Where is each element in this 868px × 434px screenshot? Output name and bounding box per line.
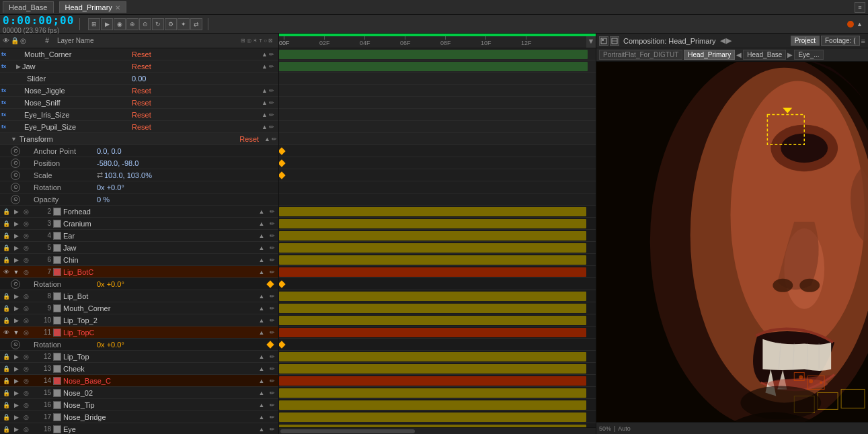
layer-nose-tip[interactable]: 🔒 ▶ ◎ 16 Nose_Tip ▲ ✏ — [0, 399, 278, 411]
layer-nt-lock[interactable]: 🔒 — [1, 400, 11, 410]
layer-n02-solo[interactable]: ◎ — [22, 388, 31, 398]
tl-row-nose-tip[interactable] — [279, 399, 596, 411]
layer-nose-02[interactable]: 🔒 ▶ ◎ 15 Nose_02 ▲ ✏ — [0, 387, 278, 399]
layer-nb-expand[interactable]: ▶ — [11, 413, 21, 422]
layer-cheek-lock[interactable]: 🔒 — [1, 364, 11, 374]
comp-sub-tab-3[interactable]: Head_Base — [743, 50, 786, 60]
layer-lt2-solo[interactable]: ◎ — [22, 316, 31, 325]
layer-chin-expand[interactable]: ▶ — [11, 255, 21, 265]
layer-forhead-solo[interactable]: ◎ — [22, 207, 31, 216]
layer-cheek-solo[interactable]: ◎ — [22, 364, 31, 374]
layer-nbc-solo[interactable]: ◎ — [22, 376, 31, 386]
tl-row-eye[interactable] — [279, 423, 596, 427]
layer-mc-expand[interactable]: ▶ — [11, 304, 21, 313]
layer-forhead-lock[interactable]: 🔒 — [1, 207, 11, 216]
layer-lip-botc-eye[interactable]: 👁 — [1, 267, 11, 277]
transform-header[interactable]: ▼ Transform Reset ▲ ✏ — [0, 133, 278, 145]
comp-sub-tab-1[interactable]: PortraitFlat_For_DIGTUT — [599, 50, 682, 60]
timeline-hscroll[interactable] — [279, 427, 596, 434]
layer-chin[interactable]: 🔒 ▶ ◎ 6 Chin ▲ ✏ — [0, 254, 278, 266]
layer-nb-lock[interactable]: 🔒 — [1, 413, 11, 422]
comp-icon-1[interactable] — [599, 36, 608, 46]
comp-icon-2[interactable] — [610, 36, 619, 46]
prop-lip-topc-rotation[interactable]: ⊙ Rotation 0x +0.0° — [0, 339, 278, 351]
layer-ear-lock[interactable]: 🔒 — [1, 231, 11, 241]
prop-anchor-point[interactable]: ⊙ Anchor Point 0.0, 0.0 — [0, 145, 278, 157]
layer-lip-bot[interactable]: 🔒 ▶ ◎ 8 Lip_Bot ▲ ✏ — [0, 290, 278, 302]
layer-jaw-lock[interactable]: 🔒 — [1, 243, 11, 253]
effect-eye-pupil[interactable]: fx Eye_Pupil_Size Reset ▲ ✏ — [0, 121, 278, 133]
layer-ear[interactable]: 🔒 ▶ ◎ 4 Ear ▲ ✏ — [0, 230, 278, 242]
layer-nose-bridge[interactable]: 🔒 ▶ ◎ 17 Nose_Bridge ▲ ✏ — [0, 411, 278, 423]
layer-n02-expand[interactable]: ▶ — [11, 388, 21, 398]
layer-ear-solo[interactable]: ◎ — [22, 231, 31, 241]
comp-tab-project[interactable]: Project — [791, 36, 820, 46]
layer-nt-expand[interactable]: ▶ — [11, 400, 21, 410]
layer-nb-solo[interactable]: ◎ — [22, 413, 31, 422]
layer-cranium-lock[interactable]: 🔒 — [1, 219, 11, 228]
tl-row-forhead[interactable] — [279, 206, 596, 218]
tl-row-lip-top[interactable] — [279, 351, 596, 363]
timeline-hscroll-thumb[interactable] — [280, 429, 415, 433]
layer-lt2-lock[interactable]: 🔒 — [1, 316, 11, 325]
tl-row-cranium[interactable] — [279, 218, 596, 230]
layer-lip-botc[interactable]: 👁 ▼ ◎ 7 Lip_BotC ▲ ✏ — [0, 266, 278, 278]
btn-transport-3[interactable]: ◉ — [114, 18, 126, 30]
layer-lip-bot-lock[interactable]: 🔒 — [1, 292, 11, 301]
prop-scale[interactable]: ⊙ Scale ⇄ 103.0, 103.0% — [0, 169, 278, 181]
comp-sub-tab-4[interactable]: Eye_... — [794, 50, 823, 60]
btn-transport-2[interactable]: ▶ — [101, 18, 113, 30]
layer-lip-bot-solo[interactable]: ◎ — [22, 292, 31, 301]
layer-lip-topc[interactable]: 👁 ▼ ◎ 11 Lip_TopC ▲ ✏ — [0, 327, 278, 339]
layer-eye-lock[interactable]: 🔒 — [1, 425, 11, 434]
layer-cheek[interactable]: 🔒 ▶ ◎ 13 Cheek ▲ ✏ — [0, 363, 278, 375]
tl-row-nose-bridge[interactable] — [279, 411, 596, 423]
btn-transport-6[interactable]: ↻ — [152, 18, 164, 30]
tab-head-primary[interactable]: Head_Primary ✕ — [59, 1, 126, 13]
btn-transport-8[interactable]: ✦ — [177, 18, 190, 30]
panel-menu-icon[interactable]: ≡ — [855, 2, 865, 13]
layer-lt-solo[interactable]: ◎ — [22, 352, 31, 361]
layer-lip-bot-expand[interactable]: ▶ — [11, 292, 21, 301]
layer-eye-solo[interactable]: ◎ — [22, 425, 31, 434]
tl-row-mouth-corner-layer[interactable] — [279, 302, 596, 314]
layer-nose-base-c[interactable]: 🔒 ▶ ◎ 14 Nose_Base_C ▲ ✏ — [0, 375, 278, 387]
tl-row-lip-botc[interactable] — [279, 266, 596, 278]
comp-sub-tab-2[interactable]: Head_Primary — [684, 50, 735, 60]
layer-jaw[interactable]: 🔒 ▶ ◎ 5 Jaw ▲ ✏ — [0, 242, 278, 254]
layer-n02-lock[interactable]: 🔒 — [1, 388, 11, 398]
transform-collapse-icon[interactable]: ▼ — [11, 136, 17, 142]
layer-nt-solo[interactable]: ◎ — [22, 400, 31, 410]
comp-tab-footage[interactable]: Footage: ( — [821, 36, 860, 46]
close-icon[interactable]: ✕ — [115, 4, 120, 11]
btn-transport-5[interactable]: ⊙ — [139, 18, 151, 30]
layer-chin-solo[interactable]: ◎ — [22, 255, 31, 265]
prop-lip-botc-rotation[interactable]: ⊙ Rotation 0x +0.0° — [0, 278, 278, 290]
layer-forhead[interactable]: 🔒 ▶ ◎ 2 Forhead ▲ ✏ — [0, 206, 278, 218]
layer-ltc-solo[interactable]: ◎ — [22, 328, 31, 337]
prop-rotation-transform[interactable]: ⊙ Rotation 0x +0.0° — [0, 181, 278, 193]
tl-row-cheek[interactable] — [279, 363, 596, 375]
layer-lt-lock[interactable]: 🔒 — [1, 352, 11, 361]
tl-row-ear[interactable] — [279, 230, 596, 242]
tl-row-lip-topc[interactable] — [279, 327, 596, 339]
prop-position[interactable]: ⊙ Position -580.0, -98.0 — [0, 157, 278, 169]
layer-lt-expand[interactable]: ▶ — [11, 352, 21, 361]
tl-row-lip-bot[interactable] — [279, 290, 596, 302]
comp-viewer[interactable] — [596, 62, 868, 422]
effect-slider[interactable]: Slider 0.00 — [0, 73, 278, 85]
comp-nav-arrow-2[interactable]: ▶ — [726, 36, 732, 45]
jaw-expand-icon[interactable]: ▶ — [16, 63, 21, 70]
layer-nbc-lock[interactable]: 🔒 — [1, 376, 11, 386]
btn-transport-9[interactable]: ⇄ — [190, 18, 202, 30]
layer-ltc-expand[interactable]: ▼ — [11, 328, 21, 337]
layer-mc-solo[interactable]: ◎ — [22, 304, 31, 313]
layer-cranium[interactable]: 🔒 ▶ ◎ 3 Cranium ▲ ✏ — [0, 218, 278, 230]
layer-ltc-eye[interactable]: 👁 — [1, 328, 11, 337]
tl-row-nose-base-c[interactable] — [279, 375, 596, 387]
layer-lip-botc-solo[interactable]: ◎ — [22, 267, 31, 277]
prop-opacity[interactable]: ⊙ Opacity 0 % — [0, 193, 278, 206]
layer-eye[interactable]: 🔒 ▶ ◎ 18 Eye ▲ ✏ — [0, 423, 278, 434]
tl-row-chin[interactable] — [279, 254, 596, 266]
layer-lt2-expand[interactable]: ▶ — [11, 316, 21, 325]
